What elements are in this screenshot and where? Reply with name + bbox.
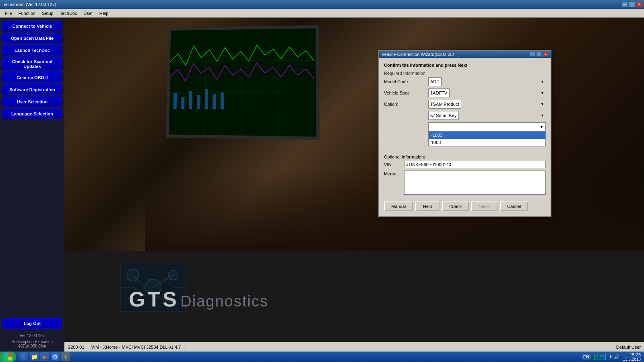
- cancel-button[interactable]: Cancel: [500, 202, 528, 211]
- option-dropdown-selected[interactable]: ▼: [428, 122, 546, 131]
- media-icon[interactable]: ▶: [40, 352, 49, 361]
- menu-techdoc[interactable]: TechDoc: [57, 10, 80, 16]
- dialog-titlebar: Vehicle Connection Wizard(S301-25) — □ ✕: [379, 51, 551, 58]
- check-scantool-button[interactable]: Check for Scantool Updates: [2, 57, 62, 71]
- close-button[interactable]: ✕: [636, 2, 642, 7]
- taskbar-right: EN 2:10 ⬆ 🔊 15:26 13.5.2018: [578, 352, 644, 362]
- dialog-title: Vehicle Connection Wizard(S301-25): [382, 52, 454, 57]
- option-row-3: ▼ -1003 1003-: [384, 122, 546, 131]
- option-row-1: Option: TSAM Product: [384, 100, 546, 109]
- chrome-icon[interactable]: [51, 352, 60, 361]
- memo-label: Memo:: [384, 171, 404, 176]
- start-button[interactable]: [0, 352, 16, 362]
- menu-setup[interactable]: Setup: [39, 10, 57, 16]
- model-code-label: Model Code: [384, 79, 428, 84]
- menu-user[interactable]: User: [80, 10, 96, 16]
- titlebar: Techstream (Ver 12.00.127) — □ ✕: [0, 0, 644, 9]
- main-layout: Connect to Vehicle Open Scan Data File L…: [0, 18, 644, 352]
- time-display: 15:26 13.5.2018: [623, 352, 641, 362]
- language-selection-button[interactable]: Language Selection: [2, 109, 62, 119]
- menu-file[interactable]: File: [2, 10, 15, 16]
- vehicle-spec-wrapper: 1ADFTV: [428, 88, 546, 97]
- vehicle-spec-row: Vehicle Spec 1ADFTV: [384, 88, 546, 97]
- confirm-label: Confirm the Information and press Next: [384, 63, 546, 68]
- user-selection-button[interactable]: User Selection: [2, 97, 62, 107]
- language-indicator: EN: [582, 354, 591, 360]
- software-registration-button[interactable]: Software Registration: [2, 84, 62, 95]
- subscription-value: 4971d 05h 06m: [2, 344, 62, 348]
- windows-logo-icon: [4, 353, 12, 361]
- svg-rect-25: [4, 357, 8, 360]
- vin-row: VIN: JTINKF56E701000140: [384, 161, 546, 168]
- techstream-taskbar-icon[interactable]: t: [61, 352, 70, 361]
- manual-button[interactable]: Manual: [384, 202, 413, 211]
- vin-value[interactable]: JTINKF56E701000140: [404, 161, 546, 168]
- dropdown-option-1003[interactable]: 1003-: [429, 139, 545, 146]
- system-tray-icons: ⬆ 🔊: [609, 354, 619, 360]
- option-select-2[interactable]: w/ Smart Key: [428, 111, 459, 120]
- maximize-button[interactable]: □: [629, 2, 635, 7]
- dropdown-option-1003-neg[interactable]: -1003: [429, 132, 545, 139]
- svg-rect-24: [8, 353, 12, 356]
- dialog-maximize[interactable]: □: [536, 52, 542, 57]
- option-label: Option:: [384, 102, 428, 107]
- subscription-info: Ver 12.00.127 Subscription Expiration 49…: [2, 333, 62, 348]
- dialog-buttons: Manual Help <Back Next> Cancel: [384, 198, 546, 211]
- explorer-icon[interactable]: 📁: [30, 352, 39, 361]
- dropdown-arrow-icon: ▼: [539, 124, 544, 129]
- svg-rect-26: [8, 357, 12, 360]
- svg-point-29: [54, 356, 56, 358]
- logout-button[interactable]: Log Out: [2, 318, 62, 329]
- chrome-logo-icon: [52, 353, 59, 360]
- vehicle-spec-select[interactable]: 1ADFTV: [428, 88, 450, 97]
- vehicle-spec-label: Vehicle Spec: [384, 90, 428, 95]
- back-button[interactable]: <Back: [442, 202, 469, 211]
- option-select-1[interactable]: TSAM Product: [428, 100, 461, 109]
- launch-techdoc-button[interactable]: Launch TechDoc: [2, 45, 62, 56]
- current-time: 15:26: [623, 352, 641, 357]
- memo-row: Memo:: [384, 171, 546, 195]
- help-button[interactable]: Help: [415, 202, 440, 211]
- option-dropdown-area: ▼ -1003 1003-: [428, 122, 546, 131]
- vin-label: VIN:: [384, 162, 404, 167]
- sidebar: Connect to Vehicle Open Scan Data File L…: [0, 18, 64, 352]
- battery-indicator: 2:10: [594, 354, 606, 360]
- taskbar: e 📁 ▶ t EN 2:10 ⬆ 🔊 15:26 13.5.2018: [0, 352, 644, 362]
- subscription-label: Subscription Expiration: [2, 339, 62, 344]
- model-code-row: Model Code ADE: [384, 77, 546, 86]
- menu-function[interactable]: Function: [15, 10, 39, 16]
- connect-vehicle-button[interactable]: Connect to Vehicle: [2, 21, 62, 31]
- generic-obd-button[interactable]: Generic OBD II: [2, 72, 62, 83]
- next-button[interactable]: Next>: [471, 202, 497, 211]
- taskbar-icons: e 📁 ▶ t: [16, 352, 73, 361]
- model-code-wrapper: ADE: [428, 77, 546, 86]
- open-scan-button[interactable]: Open Scan Data File: [2, 33, 62, 43]
- dialog-body: Confirm the Information and press Next R…: [379, 58, 551, 216]
- menu-help[interactable]: Help: [96, 10, 112, 16]
- minimize-button[interactable]: —: [621, 2, 628, 7]
- optional-info-label: Optional Information:: [384, 154, 546, 159]
- option-dropdown-list: -1003 1003-: [428, 131, 546, 146]
- version-label: Ver 12.00.127: [2, 333, 62, 338]
- ie-icon[interactable]: e: [19, 352, 28, 361]
- option-select-wrapper-1: TSAM Product: [428, 100, 546, 109]
- app-title: Techstream (Ver 12.00.127): [2, 2, 56, 7]
- menubar: File Function Setup TechDoc User Help: [0, 9, 644, 18]
- option-select-wrapper-2: w/ Smart Key: [428, 111, 546, 120]
- current-date: 13.5.2018: [623, 357, 641, 362]
- background-area: GTS Diagnostics Vehicle Connection Wizar…: [64, 18, 644, 352]
- dialog-overlay: Vehicle Connection Wizard(S301-25) — □ ✕…: [64, 18, 644, 352]
- sidebar-spacer: [2, 121, 62, 317]
- option-row-2: w/ Smart Key: [384, 111, 546, 120]
- model-code-select[interactable]: ADE: [428, 77, 442, 86]
- dialog-minimize[interactable]: —: [530, 52, 535, 57]
- dialog-close[interactable]: ✕: [543, 52, 548, 57]
- titlebar-controls: — □ ✕: [621, 2, 642, 7]
- required-info-label: Required Information:: [384, 71, 546, 76]
- vehicle-connection-dialog: Vehicle Connection Wizard(S301-25) — □ ✕…: [378, 50, 551, 217]
- svg-rect-23: [4, 353, 8, 356]
- memo-textarea[interactable]: [404, 171, 546, 195]
